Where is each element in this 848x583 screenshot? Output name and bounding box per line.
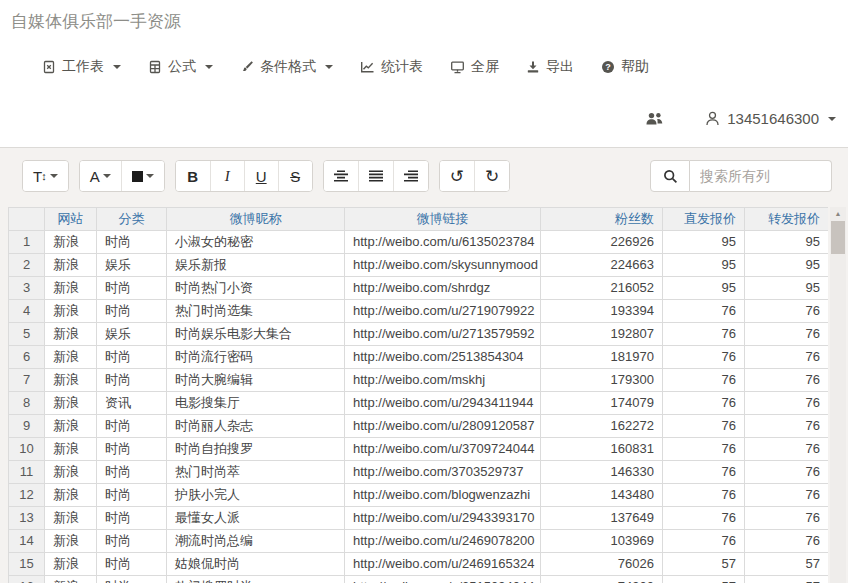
cell-link[interactable]: http://weibo.com/u/6135023784 [345, 231, 541, 254]
col-header-category[interactable]: 分类 [97, 208, 167, 231]
cell-site[interactable]: 新浪 [45, 323, 97, 346]
menu-item-worksheet[interactable]: 工作表 [42, 58, 121, 76]
row-number[interactable]: 8 [9, 392, 45, 415]
cell-link[interactable]: http://weibo.com/shrdgz [345, 277, 541, 300]
cell-repost-price[interactable]: 76 [745, 323, 829, 346]
cell-repost-price[interactable]: 76 [745, 300, 829, 323]
underline-button[interactable]: U [244, 161, 278, 191]
cell-site[interactable]: 新浪 [45, 438, 97, 461]
collaborators-button[interactable] [645, 111, 664, 126]
cell-repost-price[interactable]: 95 [745, 254, 829, 277]
cell-fans[interactable]: 193394 [541, 300, 663, 323]
cell-repost-price[interactable]: 95 [745, 277, 829, 300]
menu-item-stats[interactable]: 统计表 [360, 58, 423, 76]
cell-direct-price[interactable]: 76 [663, 530, 745, 553]
menu-item-formula[interactable]: 公式 [148, 58, 213, 76]
col-header-repost-price[interactable]: 转发报价 [745, 208, 829, 231]
cell-direct-price[interactable]: 95 [663, 277, 745, 300]
row-number[interactable]: 13 [9, 507, 45, 530]
cell-site[interactable]: 新浪 [45, 576, 97, 583]
cell-link[interactable]: http://weibo.com/u/2943393170 [345, 507, 541, 530]
cell-fans[interactable]: 143480 [541, 484, 663, 507]
cell-fans[interactable]: 160831 [541, 438, 663, 461]
cell-link[interactable]: http://weibo.com/2513854304 [345, 346, 541, 369]
cell-link[interactable]: http://weibo.com/u/2469078200 [345, 530, 541, 553]
row-number[interactable]: 7 [9, 369, 45, 392]
cell-category[interactable]: 时尚 [97, 300, 167, 323]
menu-item-export[interactable]: 导出 [526, 58, 574, 76]
cell-site[interactable]: 新浪 [45, 530, 97, 553]
cell-direct-price[interactable]: 76 [663, 507, 745, 530]
cell-site[interactable]: 新浪 [45, 392, 97, 415]
cell-fans[interactable]: 224663 [541, 254, 663, 277]
account-dropdown[interactable]: 13451646300 [704, 110, 836, 127]
cell-direct-price[interactable]: 76 [663, 323, 745, 346]
cell-link[interactable]: http://weibo.com/u/2515094044 [345, 576, 541, 583]
cell-nickname[interactable]: 潮流时尚总编 [167, 530, 345, 553]
cell-repost-price[interactable]: 57 [745, 576, 829, 583]
cell-fans[interactable]: 103969 [541, 530, 663, 553]
scrollbar-thumb[interactable] [831, 221, 845, 254]
cell-site[interactable]: 新浪 [45, 507, 97, 530]
cell-site[interactable]: 新浪 [45, 369, 97, 392]
cell-nickname[interactable]: 小淑女的秘密 [167, 231, 345, 254]
cell-site[interactable]: 新浪 [45, 254, 97, 277]
cell-category[interactable]: 娱乐 [97, 323, 167, 346]
cell-fans[interactable]: 174079 [541, 392, 663, 415]
cell-direct-price[interactable]: 76 [663, 392, 745, 415]
search-input[interactable] [690, 160, 832, 192]
cell-link[interactable]: http://weibo.com/u/2809120587 [345, 415, 541, 438]
cell-category[interactable]: 时尚 [97, 438, 167, 461]
row-number[interactable]: 16 [9, 576, 45, 583]
cell-direct-price[interactable]: 76 [663, 438, 745, 461]
col-header-fans[interactable]: 粉丝数 [541, 208, 663, 231]
cell-category[interactable]: 时尚 [97, 553, 167, 576]
cell-category[interactable]: 时尚 [97, 231, 167, 254]
align-justify-button[interactable] [358, 161, 393, 191]
cell-link[interactable]: http://weibo.com/u/2943411944 [345, 392, 541, 415]
row-number[interactable]: 10 [9, 438, 45, 461]
cell-fans[interactable]: 146330 [541, 461, 663, 484]
cell-repost-price[interactable]: 76 [745, 461, 829, 484]
cell-category[interactable]: 资讯 [97, 392, 167, 415]
cell-category[interactable]: 时尚 [97, 484, 167, 507]
fill-color-button[interactable] [121, 161, 164, 191]
cell-direct-price[interactable]: 76 [663, 300, 745, 323]
cell-site[interactable]: 新浪 [45, 415, 97, 438]
cell-nickname[interactable]: 最懂女人派 [167, 507, 345, 530]
row-number[interactable]: 1 [9, 231, 45, 254]
menu-item-help[interactable]: ? 帮助 [601, 58, 649, 76]
cell-link[interactable]: http://weibo.com/blogwenzazhi [345, 484, 541, 507]
cell-repost-price[interactable]: 76 [745, 346, 829, 369]
cell-fans[interactable]: 74900 [541, 576, 663, 583]
cell-nickname[interactable]: 护肤小完人 [167, 484, 345, 507]
cell-repost-price[interactable]: 76 [745, 369, 829, 392]
cell-direct-price[interactable]: 76 [663, 415, 745, 438]
cell-link[interactable]: http://weibo.com/u/2719079922 [345, 300, 541, 323]
cell-direct-price[interactable]: 95 [663, 254, 745, 277]
cell-direct-price[interactable]: 76 [663, 484, 745, 507]
cell-repost-price[interactable]: 76 [745, 392, 829, 415]
cell-direct-price[interactable]: 95 [663, 231, 745, 254]
cell-repost-price[interactable]: 76 [745, 484, 829, 507]
cell-repost-price[interactable]: 76 [745, 438, 829, 461]
row-number[interactable]: 2 [9, 254, 45, 277]
row-number[interactable]: 12 [9, 484, 45, 507]
cell-fans[interactable]: 192807 [541, 323, 663, 346]
cell-nickname[interactable]: 热门时尚萃 [167, 461, 345, 484]
row-number[interactable]: 11 [9, 461, 45, 484]
cell-category[interactable]: 时尚 [97, 461, 167, 484]
cell-repost-price[interactable]: 76 [745, 530, 829, 553]
cell-link[interactable]: http://weibo.com/skysunnymood [345, 254, 541, 277]
cell-nickname[interactable]: 时尚流行密码 [167, 346, 345, 369]
cell-nickname[interactable]: 时尚大腕编辑 [167, 369, 345, 392]
cell-category[interactable]: 时尚 [97, 415, 167, 438]
align-right-button[interactable] [393, 161, 428, 191]
cell-repost-price[interactable]: 57 [745, 553, 829, 576]
cell-repost-price[interactable]: 95 [745, 231, 829, 254]
italic-button[interactable]: I [210, 161, 244, 191]
menu-item-fullscreen[interactable]: 全屏 [450, 58, 499, 76]
cell-fans[interactable]: 226926 [541, 231, 663, 254]
cell-link[interactable]: http://weibo.com/3703529737 [345, 461, 541, 484]
menu-item-conditional-format[interactable]: 条件格式 [240, 58, 333, 76]
